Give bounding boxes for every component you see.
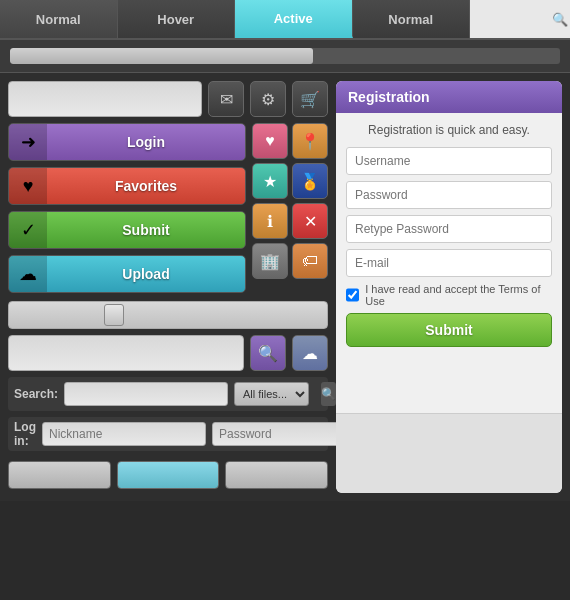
cart-icon: 🛒: [300, 90, 320, 109]
building-sq-icon: 🏢: [260, 252, 280, 271]
upload-label: Upload: [47, 266, 245, 282]
reg-username-input[interactable]: [346, 147, 552, 175]
search-go-button[interactable]: 🔍: [321, 382, 336, 406]
submit-label: Submit: [47, 222, 245, 238]
heart-sq-button[interactable]: ♥: [252, 123, 288, 159]
nickname-input[interactable]: [42, 422, 206, 446]
tab-normal-2[interactable]: Normal: [353, 0, 471, 38]
search-go-icon: 🔍: [321, 387, 336, 401]
main-text-input[interactable]: [8, 81, 202, 117]
info-sq-icon: ℹ: [267, 212, 273, 231]
magnify-sq-icon: 🔍: [258, 344, 278, 363]
tag-sq-icon: 🏷: [302, 252, 318, 270]
search-label: Search:: [14, 387, 58, 401]
magnify-sq-button[interactable]: 🔍: [250, 335, 286, 371]
icons-col: ♥ 📍 ★ 🏅 ℹ: [252, 123, 328, 295]
building-sq-button[interactable]: 🏢: [252, 243, 288, 279]
registration-subtitle: Registration is quick and easy.: [346, 123, 552, 137]
slider-row-1[interactable]: [8, 301, 328, 329]
terms-label: I have read and accept the Terms of Use: [365, 283, 552, 307]
left-panel: ✉ ⚙ 🛒 ➜ Login ♥ Favorites ✓: [8, 81, 328, 493]
terms-checkbox[interactable]: [346, 288, 359, 302]
bottom-tab-1[interactable]: [8, 461, 111, 489]
star-sq-button[interactable]: ★: [252, 163, 288, 199]
login-button[interactable]: ➜ Login: [8, 123, 246, 161]
registration-bottom: [336, 413, 562, 493]
reg-email-input[interactable]: [346, 249, 552, 277]
login-bar-label: Log in:: [14, 420, 36, 448]
login-bar: Log in: 👤: [8, 417, 328, 451]
login-icon: ➜: [9, 123, 47, 161]
nav-search-box: 🔍: [470, 0, 570, 38]
nav-search-input[interactable]: [478, 8, 548, 30]
progress-area: [0, 40, 570, 73]
buttons-and-icons: ➜ Login ♥ Favorites ✓ Submit ☁ Upload: [8, 123, 328, 295]
bottom-tab-2[interactable]: [117, 461, 220, 489]
favorites-button[interactable]: ♥ Favorites: [8, 167, 246, 205]
search-type-select[interactable]: All files...: [234, 382, 309, 406]
mail-icon: ✉: [220, 90, 233, 109]
top-nav: Normal Hover Active Normal 🔍: [0, 0, 570, 40]
input-icons-row: ✉ ⚙ 🛒: [8, 81, 328, 117]
mail-button[interactable]: ✉: [208, 81, 244, 117]
registration-header: Registration: [336, 81, 562, 113]
cart-button[interactable]: 🛒: [292, 81, 328, 117]
info-sq-button[interactable]: ℹ: [252, 203, 288, 239]
tag-sq-button[interactable]: 🏷: [292, 243, 328, 279]
submit-button[interactable]: ✓ Submit: [8, 211, 246, 249]
login-label: Login: [47, 134, 245, 150]
pin-sq-button[interactable]: 📍: [292, 123, 328, 159]
reg-password-input[interactable]: [346, 181, 552, 209]
icons-row-2: ★ 🏅: [252, 163, 328, 199]
gear-icon: ⚙: [261, 90, 275, 109]
close-sq-button[interactable]: ✕: [292, 203, 328, 239]
second-input-row: 🔍 ☁: [8, 335, 328, 371]
badge-sq-icon: 🏅: [300, 172, 320, 191]
buttons-col: ➜ Login ♥ Favorites ✓ Submit ☁ Upload: [8, 123, 246, 295]
close-sq-icon: ✕: [304, 212, 317, 231]
tab-normal-1[interactable]: Normal: [0, 0, 118, 38]
heart-sq-icon: ♥: [265, 132, 275, 150]
submit-check-icon: ✓: [9, 211, 47, 249]
gear-button[interactable]: ⚙: [250, 81, 286, 117]
upload-icon: ☁: [9, 255, 47, 293]
icons-row-3: ℹ ✕: [252, 203, 328, 239]
cloud-dl-sq-icon: ☁: [302, 344, 318, 363]
star-sq-icon: ★: [263, 172, 277, 191]
progress-track: [10, 48, 560, 64]
bottom-tabs: [8, 457, 328, 493]
progress-fill: [10, 48, 313, 64]
badge-sq-button[interactable]: 🏅: [292, 163, 328, 199]
search-bar: Search: All files... 🔍: [8, 377, 328, 411]
favorites-icon: ♥: [9, 167, 47, 205]
pin-sq-icon: 📍: [300, 132, 320, 151]
nav-search-icon[interactable]: 🔍: [552, 12, 568, 27]
icons-row-1: ♥ 📍: [252, 123, 328, 159]
icons-row-4: 🏢 🏷: [252, 243, 328, 279]
tab-hover[interactable]: Hover: [118, 0, 236, 38]
cloud-dl-sq-button[interactable]: ☁: [292, 335, 328, 371]
slider-thumb-1[interactable]: [104, 304, 124, 326]
registration-panel: Registration Registration is quick and e…: [336, 81, 562, 493]
registration-submit-button[interactable]: Submit: [346, 313, 552, 347]
registration-body: Registration is quick and easy. I have r…: [336, 113, 562, 413]
tab-active[interactable]: Active: [235, 0, 353, 38]
upload-button[interactable]: ☁ Upload: [8, 255, 246, 293]
main-content: ✉ ⚙ 🛒 ➜ Login ♥ Favorites ✓: [0, 73, 570, 501]
bottom-tab-3[interactable]: [225, 461, 328, 489]
reg-retype-input[interactable]: [346, 215, 552, 243]
second-text-input[interactable]: [8, 335, 244, 371]
terms-row: I have read and accept the Terms of Use: [346, 283, 552, 307]
search-input[interactable]: [64, 382, 228, 406]
favorites-label: Favorites: [47, 178, 245, 194]
